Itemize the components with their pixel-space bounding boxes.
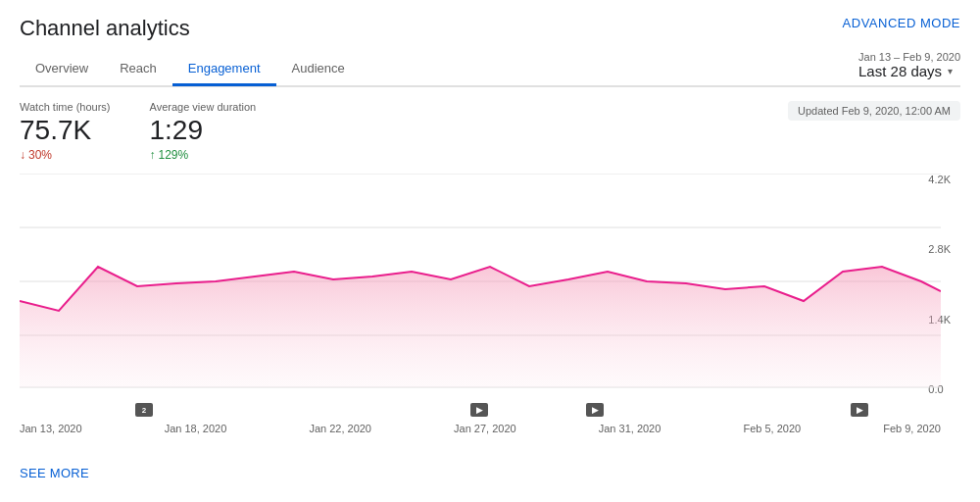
see-more-button[interactable]: SEE MORE (20, 458, 960, 480)
tab-overview[interactable]: Overview (20, 53, 104, 86)
avg-view-duration-label: Average view duration (150, 101, 257, 113)
avg-view-duration-value: 1:29 (150, 115, 257, 146)
tabs-container: Overview Reach Engagement Audience (20, 53, 361, 85)
x-label-5: Feb 5, 2020 (743, 423, 801, 434)
tab-reach[interactable]: Reach (104, 53, 172, 86)
x-label-6: Feb 9, 2020 (883, 423, 941, 434)
avg-view-duration-change: ↑ 129% (150, 148, 257, 162)
date-range-subtitle: Jan 13 – Feb 9, 2020 (858, 51, 960, 63)
date-range-section: Jan 13 – Feb 9, 2020 Last 28 days ▾ (858, 51, 960, 85)
updated-badge: Updated Feb 9, 2020, 12:00 AM (788, 101, 960, 121)
date-range-selector[interactable]: Last 28 days ▾ (858, 63, 960, 79)
tab-audience[interactable]: Audience (276, 53, 361, 86)
watch-time-metric: Watch time (hours) 75.7K ↓ 30% (20, 101, 111, 162)
x-label-2: Jan 22, 2020 (309, 423, 371, 434)
watch-time-label: Watch time (hours) (20, 101, 111, 113)
avg-view-duration-metric: Average view duration 1:29 ↑ 129% (150, 101, 257, 162)
x-label-3: Jan 27, 2020 (454, 423, 516, 434)
video-marker-1[interactable]: 2 (135, 403, 153, 417)
x-label-1: Jan 18, 2020 (165, 423, 227, 434)
tab-engagement[interactable]: Engagement (172, 53, 276, 86)
x-axis-labels: Jan 13, 2020 Jan 18, 2020 Jan 22, 2020 J… (20, 423, 941, 434)
watch-time-value: 75.7K (20, 115, 111, 146)
avg-view-duration-change-value: 129% (159, 148, 189, 162)
arrow-up-icon: ↑ (150, 148, 156, 162)
video-marker-3[interactable]: ▶ (586, 403, 604, 417)
chevron-down-icon: ▾ (948, 66, 953, 76)
x-label-0: Jan 13, 2020 (20, 423, 82, 434)
watch-time-change: ↓ 30% (20, 148, 111, 162)
chart-section: 4.2K 2.8K 1.4K 0.0 (20, 174, 960, 458)
watch-time-change-value: 30% (28, 148, 52, 162)
advanced-mode-button[interactable]: ADVANCED MODE (843, 16, 960, 30)
line-chart (20, 174, 941, 389)
date-range-label: Last 28 days (858, 63, 942, 79)
x-label-4: Jan 31, 2020 (599, 423, 662, 434)
page-title: Channel analytics (20, 16, 190, 41)
video-marker-4[interactable]: ▶ (851, 403, 868, 417)
metrics-section: Watch time (hours) 75.7K ↓ 30% Average v… (20, 87, 960, 170)
arrow-down-icon: ↓ (20, 148, 25, 162)
video-marker-2[interactable]: ▶ (470, 403, 488, 417)
